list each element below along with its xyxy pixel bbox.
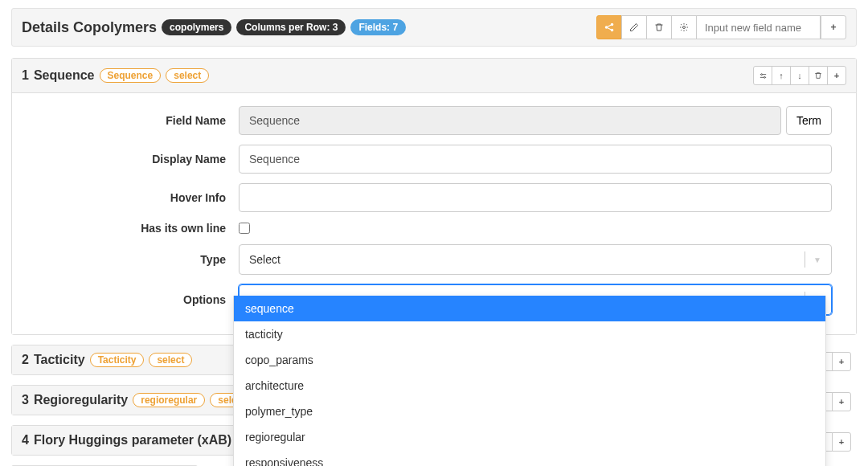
panel-add-button[interactable]: + xyxy=(832,352,851,371)
dropdown-item[interactable]: regioregular xyxy=(234,424,825,450)
label-options: Options xyxy=(36,293,239,306)
panel-title-text: Sequence xyxy=(34,68,95,83)
arrow-up-icon: ↑ xyxy=(779,71,784,80)
panel-head: 1 Sequence Sequence select ↑ ↓ + xyxy=(12,59,856,93)
hover-info-input[interactable] xyxy=(239,183,832,212)
panel-title: 1 Sequence Sequence select xyxy=(22,68,209,83)
own-line-checkbox[interactable] xyxy=(239,223,250,234)
badge-columns: Columns per Row: 3 xyxy=(236,19,346,35)
dropdown-item[interactable]: sequence xyxy=(234,296,825,321)
panel-title-text: Tacticity xyxy=(34,353,85,367)
term-button[interactable]: Term xyxy=(786,106,832,135)
header-title: Details Copolymers copolymers Columns pe… xyxy=(22,19,406,36)
panel-title-text: Flory Huggings parameter (xAB) xyxy=(34,433,231,448)
dropdown-item[interactable]: architecture xyxy=(234,373,825,399)
panel-settings-button[interactable] xyxy=(753,66,772,85)
tag-field: Sequence xyxy=(100,68,162,83)
chevron-down-icon: ▼ xyxy=(805,251,821,268)
share-icon xyxy=(604,22,615,33)
arrow-down-icon: ↓ xyxy=(797,71,802,80)
tag-type: select xyxy=(166,68,209,83)
type-select[interactable]: Select ▼ xyxy=(239,244,832,275)
panel-number: 3 xyxy=(22,393,29,407)
pencil-icon xyxy=(629,22,639,32)
dropdown-item[interactable]: responsiveness xyxy=(234,450,825,466)
header-bar: Details Copolymers copolymers Columns pe… xyxy=(11,8,857,47)
plus-icon: + xyxy=(839,357,844,366)
plus-icon: + xyxy=(839,437,844,447)
gear-icon xyxy=(679,22,689,32)
badge-fields: Fields: 7 xyxy=(350,19,406,35)
delete-button[interactable] xyxy=(646,15,672,39)
panel-title-text: Regioregularity xyxy=(34,393,128,407)
panel-delete-button[interactable] xyxy=(809,66,828,85)
svg-point-3 xyxy=(683,27,686,29)
panel-number: 4 xyxy=(22,433,29,448)
dropdown-item[interactable]: polymer_type xyxy=(234,399,825,424)
panel-add-button[interactable]: + xyxy=(827,66,846,85)
display-name-input[interactable] xyxy=(239,145,832,174)
settings-button[interactable] xyxy=(671,15,697,39)
dropdown-item[interactable]: tacticity xyxy=(234,321,825,347)
share-button[interactable] xyxy=(596,15,622,39)
trash-icon xyxy=(654,22,664,32)
options-dropdown: sequence tacticity copo_params architect… xyxy=(233,296,826,466)
svg-point-0 xyxy=(605,26,608,29)
add-field-button[interactable]: + xyxy=(821,15,846,39)
plus-icon: + xyxy=(830,22,836,33)
type-value: Select xyxy=(249,253,280,266)
label-own-line: Has its own line xyxy=(36,222,239,235)
tag-field: regioregular xyxy=(133,393,205,407)
panel-number: 2 xyxy=(22,353,29,367)
panel-add-button[interactable]: + xyxy=(832,432,851,452)
badge-name: copolymers xyxy=(162,19,231,35)
panel-move-down-button[interactable]: ↓ xyxy=(790,66,809,85)
svg-point-4 xyxy=(760,73,762,75)
tag-field: Tacticity xyxy=(90,353,145,367)
header-actions: + xyxy=(596,15,846,39)
edit-button[interactable] xyxy=(621,15,647,39)
sliders-icon xyxy=(759,72,768,80)
field-name-input xyxy=(239,106,781,135)
label-type: Type xyxy=(36,253,239,266)
label-hover-info: Hover Info xyxy=(36,191,239,204)
dropdown-item[interactable]: copo_params xyxy=(234,347,825,373)
label-display-name: Display Name xyxy=(36,153,239,166)
plus-icon: + xyxy=(839,397,844,407)
field-panel-sequence: 1 Sequence Sequence select ↑ ↓ + Field N… xyxy=(11,58,857,335)
title-text: Details Copolymers xyxy=(22,19,157,36)
plus-icon: + xyxy=(834,71,839,80)
panel-move-up-button[interactable]: ↑ xyxy=(772,66,791,85)
svg-point-5 xyxy=(764,76,765,78)
trash-icon xyxy=(814,72,822,80)
tag-type: select xyxy=(149,353,192,367)
panel-actions: ↑ ↓ + xyxy=(753,66,846,85)
new-field-input[interactable] xyxy=(696,15,821,39)
panel-number: 1 xyxy=(22,68,29,83)
panel-add-button[interactable]: + xyxy=(832,392,851,411)
label-field-name: Field Name xyxy=(36,114,239,127)
